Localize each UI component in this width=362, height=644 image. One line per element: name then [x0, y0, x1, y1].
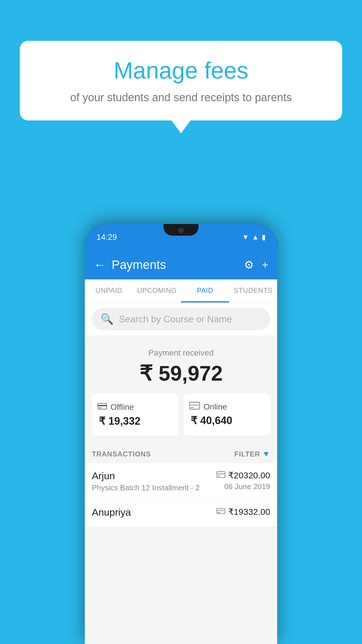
- add-icon[interactable]: +: [262, 259, 268, 271]
- offline-label: Offline: [110, 402, 134, 412]
- phone-frame: 14:29 ▼ ▲ ▮ ← Payments ⚙ + UNPAID UPCOMI…: [85, 224, 277, 644]
- online-icon: [189, 402, 200, 412]
- status-icons: ▼ ▲ ▮: [242, 233, 266, 241]
- transactions-label: TRANSACTIONS: [92, 450, 151, 458]
- online-amount: ₹ 40,640: [191, 414, 232, 427]
- transaction-left: Anupriya: [92, 507, 131, 520]
- online-card-header: Online: [189, 402, 227, 412]
- payment-received-label: Payment received: [92, 348, 270, 358]
- bubble-subtitle: of your students and send receipts to pa…: [37, 90, 325, 105]
- transaction-row[interactable]: Anupriya ₹19332.00: [85, 500, 277, 527]
- payment-total-amount: ₹ 59,972: [92, 361, 270, 386]
- tabs-bar: UNPAID UPCOMING PAID STUDENTS: [85, 279, 277, 303]
- online-card: Online ₹ 40,640: [184, 394, 270, 435]
- transaction-date: 06 June 2019: [217, 482, 270, 491]
- tab-unpaid[interactable]: UNPAID: [85, 279, 133, 302]
- card-payment-icon: [217, 471, 225, 480]
- transaction-amount: ₹20320.00: [228, 470, 270, 480]
- transaction-right: ₹19332.00: [217, 507, 270, 519]
- transaction-right: ₹20320.00 06 June 2019: [217, 470, 270, 491]
- transaction-row[interactable]: Arjun Physics Batch 12 Installment - 2 ₹…: [85, 463, 277, 500]
- tab-upcoming[interactable]: UPCOMING: [133, 279, 181, 302]
- search-placeholder: Search by Course or Name: [119, 314, 232, 325]
- search-bar-wrap: 🔍 Search by Course or Name: [85, 303, 277, 335]
- wifi-icon: ▼: [242, 233, 249, 241]
- content-area: 🔍 Search by Course or Name Payment recei…: [85, 303, 277, 644]
- offline-amount: ₹ 19,332: [99, 415, 140, 427]
- status-time: 14:29: [96, 232, 117, 242]
- svg-rect-1: [98, 405, 107, 406]
- header-icons: ⚙ +: [244, 258, 268, 271]
- svg-rect-10: [217, 510, 225, 511]
- signal-icon: ▲: [252, 233, 259, 241]
- transaction-amount-row: ₹19332.00: [217, 507, 270, 517]
- status-bar: 14:29 ▼ ▲ ▮: [85, 224, 277, 250]
- speech-bubble-container: Manage fees of your students and send re…: [20, 41, 342, 120]
- search-bar[interactable]: 🔍 Search by Course or Name: [92, 308, 270, 330]
- svg-rect-8: [218, 476, 220, 477]
- bubble-title: Manage fees: [37, 57, 325, 84]
- settings-icon[interactable]: ⚙: [244, 258, 254, 271]
- online-label: Online: [203, 402, 227, 412]
- back-button[interactable]: ←: [94, 258, 106, 272]
- svg-rect-4: [190, 404, 200, 406]
- notch-camera: [178, 228, 184, 233]
- transaction-amount: ₹19332.00: [228, 507, 270, 517]
- offline-card: Offline ₹ 19,332: [92, 394, 178, 435]
- offline-payment-icon: [217, 507, 225, 516]
- svg-rect-7: [217, 473, 225, 475]
- transactions-list: Arjun Physics Batch 12 Installment - 2 ₹…: [85, 463, 277, 527]
- tab-paid[interactable]: PAID: [181, 279, 229, 302]
- app-header: ← Payments ⚙ +: [85, 250, 277, 279]
- transaction-name: Arjun: [92, 470, 200, 482]
- tab-students[interactable]: STUDENTS: [229, 279, 277, 302]
- filter-button[interactable]: FILTER ▼: [234, 449, 270, 459]
- notch: [164, 224, 198, 236]
- battery-icon: ▮: [262, 233, 266, 241]
- transactions-header: TRANSACTIONS FILTER ▼: [85, 442, 277, 463]
- transaction-desc: Physics Batch 12 Installment - 2: [92, 483, 200, 492]
- payment-summary: Payment received ₹ 59,972 Offline: [85, 338, 277, 442]
- filter-icon: ▼: [262, 449, 270, 459]
- svg-rect-5: [191, 407, 194, 408]
- app-title: Payments: [112, 258, 238, 272]
- transaction-name: Anupriya: [92, 507, 131, 518]
- payment-cards: Offline ₹ 19,332: [92, 394, 270, 435]
- search-icon: 🔍: [101, 313, 114, 325]
- offline-icon: [98, 402, 107, 412]
- speech-bubble: Manage fees of your students and send re…: [20, 41, 342, 120]
- offline-card-header: Offline: [98, 402, 134, 412]
- transaction-amount-row: ₹20320.00: [217, 470, 270, 480]
- transaction-left: Arjun Physics Batch 12 Installment - 2: [92, 470, 200, 492]
